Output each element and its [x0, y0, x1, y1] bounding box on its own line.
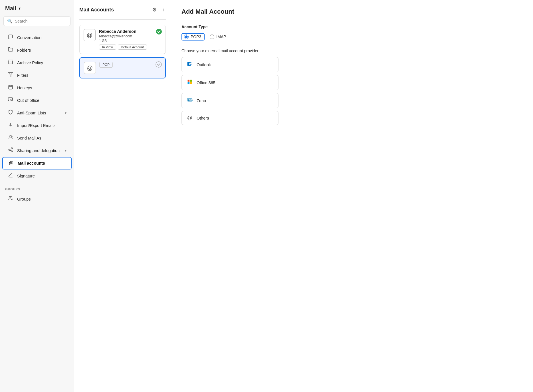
- account-name-rebecca: Rebecca Anderson: [99, 29, 161, 34]
- sidebar-item-label-groups: Groups: [17, 197, 66, 201]
- svg-marker-3: [11, 98, 13, 101]
- sidebar-item-label-anti-spam: Anti-Spam Lists: [17, 111, 61, 115]
- hotkeys-icon: [7, 84, 14, 91]
- search-icon: 🔍: [7, 19, 13, 24]
- sidebar-item-mail-accounts[interactable]: @Mail accounts: [2, 157, 72, 169]
- svg-point-16: [156, 62, 161, 67]
- account-size-rebecca: 1 GB: [99, 39, 161, 43]
- panel-title: Mail Accounts: [79, 7, 114, 13]
- out-of-office-icon: [7, 97, 14, 104]
- provider-office365[interactable]: Office 365: [181, 75, 278, 90]
- search-input[interactable]: [15, 19, 67, 23]
- provider-label-office365: Office 365: [197, 80, 215, 85]
- svg-point-15: [156, 29, 162, 35]
- sidebar-item-label-archive-policy: Archive Policy: [17, 60, 66, 65]
- sidebar-item-signature[interactable]: Signature: [2, 170, 72, 182]
- provider-icon-zoho: Zoho: [186, 97, 193, 104]
- imap-radio-option[interactable]: IMAP: [210, 35, 226, 39]
- svg-rect-20: [188, 80, 190, 82]
- provider-label-others: Others: [197, 116, 209, 120]
- provider-outlook[interactable]: MOutlook: [181, 57, 278, 72]
- sidebar-item-anti-spam[interactable]: Anti-Spam Lists▾: [2, 107, 72, 119]
- svg-point-14: [9, 196, 11, 198]
- send-mail-as-icon: [7, 135, 14, 141]
- account-info-rebecca: Rebecca Andersonrebecca@zylker.com1 GBIn…: [99, 29, 161, 50]
- svg-point-6: [10, 135, 11, 137]
- groups-icon: [7, 196, 14, 202]
- settings-icon[interactable]: ⚙: [152, 7, 157, 13]
- svg-text:Zoho: Zoho: [188, 99, 193, 101]
- sharing-chevron-icon: ▾: [65, 149, 66, 153]
- svg-marker-2: [9, 72, 13, 76]
- right-panel: Add Mail Account Account Type POP3 IMAP …: [171, 0, 533, 392]
- account-type-radio-group: POP3 IMAP: [181, 33, 523, 41]
- account-card-rebecca[interactable]: @Rebecca Andersonrebecca@zylker.com1 GBI…: [79, 25, 166, 54]
- svg-line-11: [10, 149, 11, 149]
- imap-label: IMAP: [216, 35, 226, 39]
- sidebar-item-folders[interactable]: Folders: [2, 44, 72, 56]
- panel-divider: [79, 19, 166, 20]
- account-status-icon-pop: [156, 61, 162, 69]
- svg-point-9: [11, 151, 13, 152]
- sidebar-item-label-mail-accounts: Mail accounts: [18, 161, 66, 165]
- account-avatar-rebecca: @: [84, 29, 96, 41]
- account-type-label: Account Type: [181, 25, 523, 29]
- svg-point-8: [9, 149, 10, 151]
- pop3-radio[interactable]: [184, 35, 189, 39]
- svg-rect-21: [190, 80, 192, 82]
- panel-header: Mail Accounts ⚙ ＋: [79, 6, 166, 13]
- app-title-text: Mail: [5, 5, 16, 12]
- provider-others[interactable]: @Others: [181, 111, 278, 125]
- anti-spam-chevron-icon: ▾: [65, 111, 66, 115]
- pop3-label: POP3: [191, 35, 201, 39]
- provider-icon-outlook: M: [186, 61, 193, 68]
- sidebar-item-label-conversation: Conversation: [17, 35, 66, 40]
- account-tag-default-account: Default Account: [118, 45, 147, 50]
- group-items-list: Groups: [0, 193, 74, 205]
- account-avatar-pop: @: [84, 62, 96, 74]
- sidebar-item-label-import-export: Import/Export Emails: [17, 123, 66, 128]
- account-status-icon-rebecca: [156, 29, 162, 36]
- sidebar-item-import-export[interactable]: Import/Export Emails: [2, 119, 72, 132]
- imap-radio[interactable]: [210, 35, 214, 39]
- app-title[interactable]: Mail ▾: [0, 5, 74, 16]
- sidebar-item-out-of-office[interactable]: Out of office: [2, 94, 72, 106]
- svg-rect-23: [190, 82, 192, 84]
- import-export-icon: [7, 122, 14, 129]
- anti-spam-icon: [7, 110, 14, 116]
- sidebar-item-label-folders: Folders: [17, 48, 66, 52]
- sidebar-item-filters[interactable]: Filters: [2, 69, 72, 81]
- account-tags-rebecca: In ViewDefault Account: [99, 45, 161, 50]
- account-info-pop: POP: [99, 62, 161, 68]
- mail-accounts-icon: @: [8, 160, 14, 166]
- sidebar-item-groups[interactable]: Groups: [2, 193, 72, 205]
- provider-label: Choose your external mail account provid…: [181, 49, 523, 53]
- search-box[interactable]: 🔍: [3, 16, 70, 26]
- provider-label-outlook: Outlook: [197, 62, 211, 67]
- svg-line-10: [10, 150, 11, 151]
- svg-line-12: [9, 173, 12, 176]
- filters-icon: [7, 72, 14, 78]
- sidebar-item-archive-policy[interactable]: Archive Policy: [2, 56, 72, 69]
- account-card-pop[interactable]: @POP: [79, 57, 166, 78]
- sidebar-item-sharing[interactable]: Sharing and delegation▾: [2, 144, 72, 157]
- accounts-list: @Rebecca Andersonrebecca@zylker.com1 GBI…: [79, 25, 166, 82]
- panel-actions: ⚙ ＋: [152, 6, 166, 13]
- svg-rect-22: [188, 82, 190, 84]
- conversation-icon: [7, 34, 14, 41]
- sidebar-item-label-filters: Filters: [17, 73, 66, 78]
- sidebar-item-conversation[interactable]: Conversation: [2, 31, 72, 44]
- sidebar-item-hotkeys[interactable]: Hotkeys: [2, 82, 72, 94]
- provider-icon-others: @: [186, 115, 193, 121]
- provider-zoho[interactable]: ZohoZoho: [181, 93, 278, 108]
- sharing-icon: [7, 147, 14, 154]
- sidebar-item-label-hotkeys: Hotkeys: [17, 86, 66, 90]
- right-panel-title: Add Mail Account: [181, 8, 523, 15]
- sidebar-item-send-mail-as[interactable]: Send Mail As: [2, 132, 72, 144]
- pop3-radio-option[interactable]: POP3: [181, 33, 205, 41]
- sidebar-item-label-signature: Signature: [17, 174, 66, 178]
- add-icon[interactable]: ＋: [161, 6, 166, 13]
- account-type-label-pop: POP: [99, 62, 113, 68]
- groups-label: GROUPS: [0, 182, 74, 193]
- provider-label-zoho: Zoho: [197, 98, 206, 103]
